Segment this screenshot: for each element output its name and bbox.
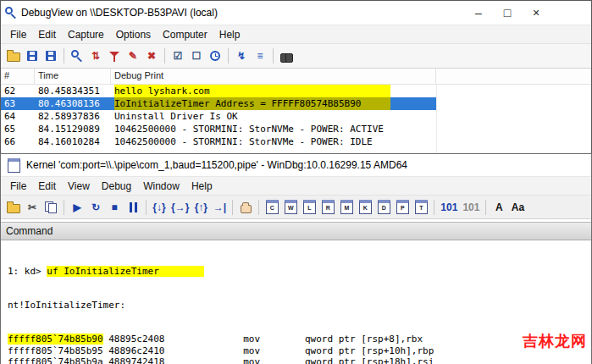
menu-computer[interactable]: Computer [157,27,213,42]
column-header-time[interactable]: Time [35,69,111,84]
row-time: 80.46308136 [35,97,111,110]
go-icon[interactable]: ▶ [68,198,86,217]
menu-edit[interactable]: Edit [32,27,62,42]
open-source-file-icon[interactable] [4,198,23,217]
disassembly-window-icon[interactable]: D [374,198,393,217]
address: fffff805`74b85b95 [8,345,103,356]
disasm-line: fffff805`74b85b9a4889742418movqword ptr … [8,356,591,364]
disasm-line: fffff805`74b85b9548896c2410movqword ptr … [8,345,591,356]
scratch-pad-icon[interactable]: P [393,198,412,217]
capture-icon[interactable] [68,47,86,65]
toolbar-separator [146,200,147,215]
toolbar-separator [232,200,233,215]
debugview-window: DebugView on \\DESKTOP-B53PAVI (local) –… [0,0,592,158]
debug-row-62[interactable]: 6280.45834351hello lyshark.com [1,85,436,97]
copy-icon[interactable] [41,198,60,217]
operands: qword ptr [rsp+8],rbx [305,334,423,345]
save-icon[interactable] [23,47,41,65]
row-time: 84.15129089 [35,123,111,135]
watermark: 吉林龙网 [523,331,587,351]
menu-help[interactable]: Help [213,27,246,42]
cut-icon[interactable]: ✂ [23,198,41,217]
registers-window-icon[interactable]: R [318,198,337,217]
clear-display-icon[interactable]: ✖ [142,47,161,65]
mnemonic: mov [243,334,305,345]
kd-prompt: 1: kd> [8,266,47,277]
menu-view[interactable]: View [62,179,96,194]
log-to-file-icon[interactable] [41,47,60,65]
debugview-menubar: FileEditCaptureOptionsComputerHelp [1,25,591,43]
column-divider [436,85,437,163]
call-stack-window-icon[interactable]: K [356,198,374,217]
step-into-icon[interactable]: {↓} [150,198,169,217]
window-controls: – □ × [464,1,551,25]
clock-icon[interactable] [206,47,224,65]
operands: qword ptr [rsp+10h],rbp [305,345,434,356]
command-window-icon[interactable]: C [263,198,281,217]
row-number: 65 [1,123,35,135]
menu-file[interactable]: File [4,27,32,42]
highlighted-text: hello lyshark.com [114,85,390,97]
restart-icon[interactable]: ↻ [86,198,105,217]
windbg-titlebar[interactable]: Kernel 'com:port=\\.\pipe\com_1,baud=115… [1,154,591,176]
text-size-icon[interactable]: Aa [508,198,527,217]
menu-capture[interactable]: Capture [62,27,110,42]
debug-row-65[interactable]: 6584.1512908910462500000 - STORMINI: Sto… [1,123,436,135]
break-icon[interactable] [124,198,142,217]
capture-events-icon[interactable]: ↯ [232,47,251,65]
locals-window-icon[interactable]: L [300,198,318,217]
filter-icon[interactable] [105,47,124,65]
autoscroll-icon[interactable]: ⇅ [86,47,105,65]
source-mode-on-icon[interactable]: 101 [438,198,460,217]
source-mode-off-icon[interactable]: 101 [460,198,482,217]
history-depth-icon[interactable]: ≡ [251,47,269,65]
debugview-app-icon [5,7,13,14]
windbg-window: Kernel 'com:port=\\.\pipe\com_1,baud=115… [0,153,592,364]
font-icon[interactable]: A [490,198,508,217]
debug-row-64[interactable]: 6482.58937836Uninstall Driver Is OK [1,110,436,123]
mnemonic: mov [243,345,305,356]
command-panel-titlebar[interactable]: Command [1,222,591,240]
insert-breakpoint-icon[interactable] [236,198,255,217]
processes-threads-icon[interactable]: T [412,198,430,217]
highlighted-text: IoInitializeTimer Address = FFFFF80574B8… [114,97,390,110]
highlight-icon[interactable]: ✎ [124,47,142,65]
disasm-lines: fffff805`74b85b9048895c2408movqword ptr … [8,334,591,364]
desktop: DebugView on \\DESKTOP-B53PAVI (local) –… [0,0,592,364]
close-button[interactable]: × [522,1,551,25]
debugview-title: DebugView on \\DESKTOP-B53PAVI (local) [21,7,218,19]
memory-window-icon[interactable]: M [337,198,356,217]
step-out-icon[interactable]: {↑} [191,198,210,217]
menu-file[interactable]: File [4,179,32,194]
capture-win32-icon[interactable]: ☐ [187,47,206,65]
row-time: 82.58937836 [35,110,111,123]
menu-help[interactable]: Help [185,179,219,194]
minimize-button[interactable]: – [464,1,493,25]
toolbar-separator [434,200,434,215]
column-header-debug-print[interactable]: Debug Print [111,69,436,84]
toolbar-separator [485,200,486,215]
debug-row-66[interactable]: 6684.1601028410462500000 - STORMINI: Sto… [1,135,436,148]
stop-debugging-icon[interactable]: ■ [105,198,124,217]
maximize-button[interactable]: □ [493,1,522,25]
menu-window[interactable]: Window [137,179,185,194]
command-output[interactable]: 1: kd> uf IoInitializeTimer nt!IoInitial… [1,240,591,364]
menu-options[interactable]: Options [110,27,157,42]
debug-print-text: Uninstall Driver Is OK [111,110,436,123]
menu-edit[interactable]: Edit [32,179,62,194]
row-time: 84.16010284 [35,135,111,148]
run-to-cursor-icon[interactable]: →| [210,198,229,217]
command-panel-title: Command [6,225,53,237]
find-icon[interactable] [277,47,296,65]
row-time: 80.45834351 [35,85,111,97]
watch-window-icon[interactable]: W [281,198,300,217]
column-header-number[interactable]: # [1,69,35,84]
step-over-icon[interactable]: {→} [169,198,191,217]
open-log-icon[interactable] [4,47,23,65]
debug-print-text: IoInitializeTimer Address = FFFFF80574B8… [111,97,436,110]
debugview-titlebar[interactable]: DebugView on \\DESKTOP-B53PAVI (local) –… [1,1,591,25]
capture-kernel-icon[interactable]: ☑ [169,47,187,65]
debug-row-63[interactable]: 6380.46308136IoInitializeTimer Address =… [1,97,436,110]
menu-debug[interactable]: Debug [96,179,137,194]
toolbar-separator [228,48,229,63]
